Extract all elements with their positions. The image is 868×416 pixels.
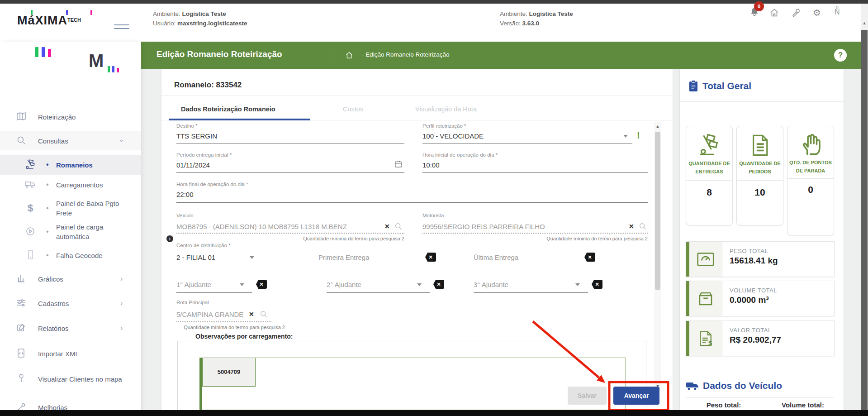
motorista-input[interactable]: 99956/SERGIO REIS PARREIRA FILHO bbox=[422, 223, 545, 230]
salvar-button[interactable]: Salvar bbox=[568, 387, 607, 405]
veiculo-helper-text: Quantidade mínima do termo para pesquisa… bbox=[242, 236, 404, 241]
page-scrollbar[interactable]: ▲ bbox=[861, 4, 868, 416]
sidebar-item-consultas[interactable]: Consultas › bbox=[0, 131, 141, 150]
help-button[interactable]: ? bbox=[834, 49, 847, 62]
maxima-tech-logo[interactable]: MáXIMATECH bbox=[17, 14, 81, 28]
perfil-select[interactable]: 100 - VELOCIDADE bbox=[422, 132, 484, 140]
sidebar-item-graficos[interactable]: Gráficos › bbox=[0, 270, 141, 288]
sidebar-item-romaneios[interactable]: • Romaneios bbox=[0, 155, 141, 175]
ajudante1-select[interactable]: 1° Ajudante bbox=[176, 281, 211, 288]
n-brand-icon[interactable]: Nͦ bbox=[835, 8, 840, 16]
primeira-entrega-underline bbox=[318, 265, 437, 265]
tab-visualizacao-rota[interactable]: Visualização da Rota bbox=[415, 105, 477, 113]
pedidos-card: QUANTIDADE DE PEDIDOS 10 bbox=[736, 126, 783, 225]
sidebar-item-visualizar-clientes-mapa[interactable]: Visualizar Clientes no mapa bbox=[0, 367, 141, 391]
sidebar-item-label: Painel de Baixa Pgto Frete bbox=[56, 199, 128, 218]
peso-total-row: PESO TOTAL 15618.41 kg bbox=[686, 241, 835, 277]
rota-input[interactable]: 5/CAMPINA GRANDE bbox=[176, 311, 243, 318]
veiculo-dotted-underline bbox=[176, 233, 404, 234]
watermark-m-logo: M bbox=[89, 51, 104, 71]
scroll-up-icon[interactable]: ▲ bbox=[654, 124, 661, 129]
home-icon[interactable] bbox=[769, 7, 780, 20]
rota-clear-icon[interactable]: ✕ bbox=[249, 311, 254, 318]
veiculo-input[interactable]: MOB8795 - (ADENILSON) 10 MOB8795 L1318 M… bbox=[176, 223, 347, 230]
veiculo-label: Veículo bbox=[176, 213, 194, 218]
document-green-icon bbox=[737, 126, 783, 160]
sidebar-item-roteirizacao[interactable]: Roteirização bbox=[0, 109, 141, 125]
volume-total-row: VOLUME TOTAL 0.0000 m³ bbox=[686, 281, 835, 316]
page-scroll-up-icon[interactable]: ▲ bbox=[861, 21, 868, 25]
sidebar-item-label: Gráficos bbox=[38, 274, 124, 284]
chevron-right-icon: › bbox=[120, 275, 123, 283]
sidebar-item-label: Falha Geocode bbox=[56, 251, 128, 260]
motorista-clear-icon[interactable]: ✕ bbox=[629, 223, 634, 230]
rota-helper-text: Quantidade mínima do termo para pesquisa… bbox=[176, 325, 285, 330]
sidebar-item-relatorios[interactable]: Relatórios › bbox=[0, 319, 141, 338]
ajudante2-dropdown-icon[interactable] bbox=[417, 283, 422, 286]
observacoes-carregamento-tab[interactable]: 5004709 bbox=[202, 358, 256, 387]
primeira-entrega-input[interactable]: Primeira Entrega bbox=[318, 253, 370, 261]
hora-final-input[interactable]: 22:00 bbox=[176, 191, 194, 198]
ajudante2-select[interactable]: 2° Ajudante bbox=[327, 281, 361, 288]
sidebar-item-painel-carga-automatica[interactable]: • Painel de carga automática bbox=[0, 221, 141, 243]
destino-underline bbox=[176, 143, 404, 143]
ajudante3-dropdown-icon[interactable] bbox=[575, 283, 580, 286]
perfil-dropdown-icon[interactable] bbox=[623, 135, 628, 138]
sidebar-item-cadastros[interactable]: Cadastros › bbox=[0, 294, 141, 312]
sidebar-item-painel-baixa-pgto-frete[interactable]: $ • Painel de Baixa Pgto Frete bbox=[0, 197, 141, 219]
rota-search-icon[interactable] bbox=[260, 310, 268, 320]
ajudante1-dropdown-icon[interactable] bbox=[240, 283, 244, 286]
notifications-bell-icon[interactable]: 0 bbox=[749, 5, 760, 20]
motorista-search-icon[interactable] bbox=[639, 222, 647, 232]
peso-total-value: 15618.41 kg bbox=[730, 256, 778, 266]
settings-gear-icon[interactable]: ⚙ bbox=[813, 7, 821, 18]
map-icon bbox=[15, 111, 27, 123]
hora-inicial-label: Hora inicial de operação do dia * bbox=[422, 152, 498, 158]
periodo-label: Período entrega inicial * bbox=[176, 152, 232, 158]
form-scrollbar[interactable]: ▲ ▼ bbox=[654, 122, 661, 390]
sidebar-item-falha-geocode[interactable]: • Falha Geocode bbox=[0, 246, 141, 264]
bottom-strip bbox=[0, 410, 868, 416]
svg-text:$: $ bbox=[708, 339, 712, 347]
info-icon[interactable]: i bbox=[166, 235, 173, 242]
observacoes-textarea[interactable] bbox=[199, 358, 626, 410]
veiculo-clear-icon[interactable]: ✕ bbox=[384, 223, 390, 230]
centro-label: Centro de distribuição * bbox=[176, 243, 231, 248]
tools-wrench-icon[interactable] bbox=[791, 7, 802, 20]
ultima-entrega-input[interactable]: Última Entrega bbox=[474, 253, 518, 261]
bar-chart-icon bbox=[15, 273, 27, 285]
periodo-input[interactable]: 01/11/2024 bbox=[176, 161, 210, 169]
veiculo-search-icon[interactable] bbox=[394, 222, 403, 232]
tab-custos[interactable]: Custos bbox=[343, 105, 363, 113]
chevron-right-icon: › bbox=[120, 299, 123, 307]
sidebar-item-label: Carregamentos bbox=[56, 180, 128, 190]
app-window: MáXIMATECH Ambiente: Logística Teste Usu… bbox=[0, 0, 868, 416]
hora-inicial-input[interactable]: 10:00 bbox=[422, 161, 440, 169]
centro-dropdown-icon[interactable] bbox=[250, 256, 254, 259]
centro-select[interactable]: 2 - FILIAL 01 bbox=[176, 253, 215, 261]
breadcrumb: - Edição Romaneio Roteirização bbox=[362, 51, 450, 58]
motorista-dotted-underline bbox=[422, 233, 648, 234]
ambiente-value: Logística Teste bbox=[182, 10, 226, 17]
sidebar-item-carregamentos[interactable]: • Carregamentos bbox=[0, 176, 141, 194]
clipboard-icon bbox=[688, 80, 699, 94]
environment-info: Ambiente: Logística Teste Usuário: maxst… bbox=[153, 9, 247, 28]
sidebar-item-label: Roteirização bbox=[38, 112, 124, 122]
calendar-icon[interactable] bbox=[394, 160, 402, 170]
menu-toggle-icon[interactable] bbox=[114, 22, 129, 31]
logo-green-bar bbox=[31, 10, 33, 15]
page-scrollbar-thumb[interactable] bbox=[861, 30, 868, 414]
destino-input[interactable]: TTS SERGIN bbox=[176, 132, 217, 140]
sidebar-item-importar-xml[interactable]: Importar XML bbox=[0, 344, 141, 363]
form-scrollbar-thumb[interactable] bbox=[655, 132, 660, 290]
phone-icon bbox=[24, 249, 36, 262]
usuario-value: maxstring.logisticateste bbox=[177, 20, 247, 27]
title-divider bbox=[161, 95, 673, 96]
ajudante3-select[interactable]: 3° Ajudante bbox=[474, 281, 508, 288]
tab-dados-roteirizacao[interactable]: Dados Roteirização Romaneio bbox=[181, 105, 275, 113]
sidebar-item-label: Importar XML bbox=[38, 349, 124, 359]
hora-final-underline bbox=[176, 202, 648, 203]
breadcrumb-home-icon[interactable] bbox=[345, 51, 354, 62]
sidebar-item-label: Relatórios bbox=[38, 324, 124, 333]
avancar-button[interactable]: Avançar bbox=[613, 387, 659, 405]
